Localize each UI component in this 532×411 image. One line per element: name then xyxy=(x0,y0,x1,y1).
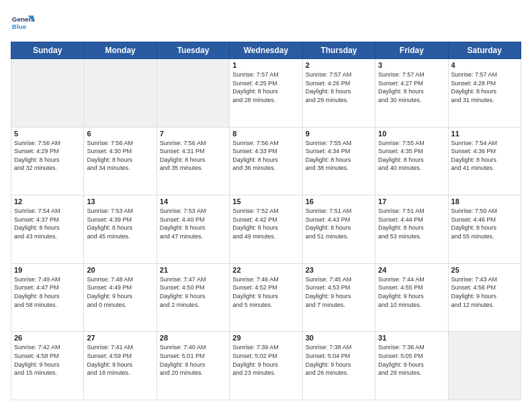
cell-details: Sunrise: 7:50 AM Sunset: 4:46 PM Dayligh… xyxy=(451,207,518,240)
calendar-cell: 25Sunrise: 7:43 AM Sunset: 4:56 PM Dayli… xyxy=(448,263,521,332)
calendar-cell: 2Sunrise: 7:57 AM Sunset: 4:26 PM Daylig… xyxy=(302,59,375,128)
calendar-cell: 10Sunrise: 7:55 AM Sunset: 4:35 PM Dayli… xyxy=(375,127,448,195)
weekday-header-row: SundayMondayTuesdayWednesdayThursdayFrid… xyxy=(11,42,521,59)
cell-details: Sunrise: 7:52 AM Sunset: 4:42 PM Dayligh… xyxy=(232,207,299,240)
day-number: 5 xyxy=(14,130,81,138)
weekday-header-sunday: Sunday xyxy=(11,42,84,59)
week-row-0: 1Sunrise: 7:57 AM Sunset: 4:25 PM Daylig… xyxy=(11,59,521,128)
calendar-cell: 16Sunrise: 7:51 AM Sunset: 4:43 PM Dayli… xyxy=(302,195,375,264)
weekday-header-wednesday: Wednesday xyxy=(230,42,302,59)
day-number: 27 xyxy=(87,334,153,342)
calendar-cell: 1Sunrise: 7:57 AM Sunset: 4:25 PM Daylig… xyxy=(230,59,302,128)
cell-details: Sunrise: 7:48 AM Sunset: 4:49 PM Dayligh… xyxy=(87,275,153,309)
cell-details: Sunrise: 7:56 AM Sunset: 4:33 PM Dayligh… xyxy=(232,139,299,173)
week-row-1: 5Sunrise: 7:56 AM Sunset: 4:29 PM Daylig… xyxy=(11,127,521,195)
cell-details: Sunrise: 7:53 AM Sunset: 4:39 PM Dayligh… xyxy=(87,207,153,240)
calendar-cell: 17Sunrise: 7:51 AM Sunset: 4:44 PM Dayli… xyxy=(375,195,448,264)
cell-details: Sunrise: 7:46 AM Sunset: 4:52 PM Dayligh… xyxy=(232,275,299,309)
cell-details: Sunrise: 7:57 AM Sunset: 4:26 PM Dayligh… xyxy=(306,71,372,104)
cell-details: Sunrise: 7:57 AM Sunset: 4:27 PM Dayligh… xyxy=(378,71,445,104)
day-number: 18 xyxy=(451,197,518,205)
calendar-cell: 26Sunrise: 7:42 AM Sunset: 4:58 PM Dayli… xyxy=(11,332,84,400)
cell-details: Sunrise: 7:56 AM Sunset: 4:31 PM Dayligh… xyxy=(160,139,226,173)
calendar-cell: 19Sunrise: 7:49 AM Sunset: 4:47 PM Dayli… xyxy=(11,263,84,332)
day-number: 6 xyxy=(87,130,153,138)
calendar-table: SundayMondayTuesdayWednesdayThursdayFrid… xyxy=(11,42,521,400)
day-number: 24 xyxy=(378,266,445,274)
day-number: 21 xyxy=(160,266,226,274)
cell-details: Sunrise: 7:57 AM Sunset: 4:25 PM Dayligh… xyxy=(232,71,299,104)
day-number: 31 xyxy=(378,334,445,342)
calendar-cell: 6Sunrise: 7:56 AM Sunset: 4:30 PM Daylig… xyxy=(84,127,157,195)
calendar-cell: 5Sunrise: 7:56 AM Sunset: 4:29 PM Daylig… xyxy=(11,127,84,195)
cell-details: Sunrise: 7:41 AM Sunset: 4:59 PM Dayligh… xyxy=(87,343,153,377)
day-number: 17 xyxy=(378,197,445,205)
cell-details: Sunrise: 7:47 AM Sunset: 4:50 PM Dayligh… xyxy=(160,275,226,309)
cell-details: Sunrise: 7:42 AM Sunset: 4:58 PM Dayligh… xyxy=(14,343,81,377)
cell-details: Sunrise: 7:38 AM Sunset: 5:04 PM Dayligh… xyxy=(306,343,372,377)
cell-details: Sunrise: 7:39 AM Sunset: 5:02 PM Dayligh… xyxy=(232,343,299,377)
calendar-cell xyxy=(448,332,521,400)
weekday-header-thursday: Thursday xyxy=(302,42,375,59)
weekday-header-friday: Friday xyxy=(375,42,448,59)
calendar-cell xyxy=(157,59,229,128)
cell-details: Sunrise: 7:56 AM Sunset: 4:29 PM Dayligh… xyxy=(14,139,81,173)
day-number: 8 xyxy=(232,130,299,138)
calendar-cell: 30Sunrise: 7:38 AM Sunset: 5:04 PM Dayli… xyxy=(302,332,375,400)
cell-details: Sunrise: 7:53 AM Sunset: 4:40 PM Dayligh… xyxy=(160,207,226,240)
logo: General Blue xyxy=(11,11,38,35)
calendar-cell: 28Sunrise: 7:40 AM Sunset: 5:01 PM Dayli… xyxy=(157,332,229,400)
day-number: 19 xyxy=(14,266,81,274)
day-number: 1 xyxy=(232,61,299,69)
cell-details: Sunrise: 7:40 AM Sunset: 5:01 PM Dayligh… xyxy=(160,343,226,377)
calendar-cell: 11Sunrise: 7:54 AM Sunset: 4:36 PM Dayli… xyxy=(448,127,521,195)
calendar-cell: 3Sunrise: 7:57 AM Sunset: 4:27 PM Daylig… xyxy=(375,59,448,128)
calendar-cell: 18Sunrise: 7:50 AM Sunset: 4:46 PM Dayli… xyxy=(448,195,521,264)
page: General Blue SundayMondayTuesdayWednesda… xyxy=(0,0,532,411)
cell-details: Sunrise: 7:57 AM Sunset: 4:28 PM Dayligh… xyxy=(451,71,518,104)
calendar-cell: 20Sunrise: 7:48 AM Sunset: 4:49 PM Dayli… xyxy=(84,263,157,332)
day-number: 12 xyxy=(14,197,81,205)
week-row-4: 26Sunrise: 7:42 AM Sunset: 4:58 PM Dayli… xyxy=(11,332,521,400)
calendar-cell: 15Sunrise: 7:52 AM Sunset: 4:42 PM Dayli… xyxy=(230,195,302,264)
cell-details: Sunrise: 7:43 AM Sunset: 4:56 PM Dayligh… xyxy=(451,275,518,309)
day-number: 26 xyxy=(14,334,81,342)
day-number: 9 xyxy=(306,130,372,138)
calendar-cell: 12Sunrise: 7:54 AM Sunset: 4:37 PM Dayli… xyxy=(11,195,84,264)
cell-details: Sunrise: 7:36 AM Sunset: 5:05 PM Dayligh… xyxy=(378,343,445,377)
calendar-cell: 9Sunrise: 7:55 AM Sunset: 4:34 PM Daylig… xyxy=(302,127,375,195)
cell-details: Sunrise: 7:55 AM Sunset: 4:34 PM Dayligh… xyxy=(306,139,372,173)
day-number: 11 xyxy=(451,130,518,138)
calendar-cell: 4Sunrise: 7:57 AM Sunset: 4:28 PM Daylig… xyxy=(448,59,521,128)
cell-details: Sunrise: 7:49 AM Sunset: 4:47 PM Dayligh… xyxy=(14,275,81,309)
day-number: 16 xyxy=(306,197,372,205)
cell-details: Sunrise: 7:45 AM Sunset: 4:53 PM Dayligh… xyxy=(306,275,372,309)
day-number: 10 xyxy=(378,130,445,138)
logo-icon: General Blue xyxy=(11,11,35,35)
cell-details: Sunrise: 7:54 AM Sunset: 4:36 PM Dayligh… xyxy=(451,139,518,173)
calendar-cell: 27Sunrise: 7:41 AM Sunset: 4:59 PM Dayli… xyxy=(84,332,157,400)
calendar-cell: 14Sunrise: 7:53 AM Sunset: 4:40 PM Dayli… xyxy=(157,195,229,264)
week-row-3: 19Sunrise: 7:49 AM Sunset: 4:47 PM Dayli… xyxy=(11,263,521,332)
day-number: 3 xyxy=(378,61,445,69)
day-number: 20 xyxy=(87,266,153,274)
calendar-cell: 8Sunrise: 7:56 AM Sunset: 4:33 PM Daylig… xyxy=(230,127,302,195)
day-number: 15 xyxy=(232,197,299,205)
day-number: 2 xyxy=(306,61,372,69)
cell-details: Sunrise: 7:44 AM Sunset: 4:55 PM Dayligh… xyxy=(378,275,445,309)
calendar-cell: 21Sunrise: 7:47 AM Sunset: 4:50 PM Dayli… xyxy=(157,263,229,332)
calendar-cell: 23Sunrise: 7:45 AM Sunset: 4:53 PM Dayli… xyxy=(302,263,375,332)
calendar-cell xyxy=(11,59,84,128)
calendar-cell: 31Sunrise: 7:36 AM Sunset: 5:05 PM Dayli… xyxy=(375,332,448,400)
day-number: 28 xyxy=(160,334,226,342)
cell-details: Sunrise: 7:55 AM Sunset: 4:35 PM Dayligh… xyxy=(378,139,445,173)
day-number: 13 xyxy=(87,197,153,205)
calendar-cell: 22Sunrise: 7:46 AM Sunset: 4:52 PM Dayli… xyxy=(230,263,302,332)
cell-details: Sunrise: 7:51 AM Sunset: 4:43 PM Dayligh… xyxy=(306,207,372,240)
calendar-cell xyxy=(84,59,157,128)
svg-text:Blue: Blue xyxy=(12,23,27,30)
cell-details: Sunrise: 7:54 AM Sunset: 4:37 PM Dayligh… xyxy=(14,207,81,240)
day-number: 4 xyxy=(451,61,518,69)
weekday-header-tuesday: Tuesday xyxy=(157,42,229,59)
cell-details: Sunrise: 7:56 AM Sunset: 4:30 PM Dayligh… xyxy=(87,139,153,173)
